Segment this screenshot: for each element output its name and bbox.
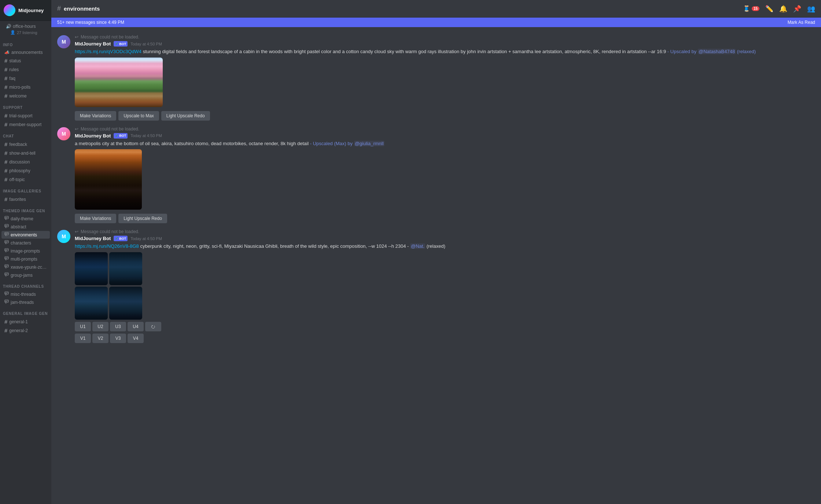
avatar-1: M bbox=[57, 35, 70, 48]
svg-line-17 bbox=[5, 251, 6, 252]
cyber-image-3 bbox=[75, 287, 108, 320]
channel-name-member-support: member-support bbox=[9, 122, 41, 127]
light-upscale-redo-btn-1[interactable]: Light Upscale Redo bbox=[161, 111, 210, 121]
avatar-3: M bbox=[57, 230, 70, 243]
mark-as-read-button[interactable]: Mark As Read bbox=[788, 20, 815, 25]
v2-button[interactable]: V2 bbox=[92, 334, 108, 343]
sidebar-item-faq[interactable]: #faq bbox=[1, 74, 50, 82]
channel-hash-icon: # bbox=[57, 5, 61, 12]
make-variations-btn-2[interactable]: Make Variations bbox=[75, 214, 116, 223]
sidebar-item-general-1[interactable]: #general-1 bbox=[1, 317, 50, 326]
message-header-2: MidJourney Bot ✓ BOT Today at 4:50 PM bbox=[75, 133, 815, 139]
u2-button[interactable]: U2 bbox=[92, 322, 108, 331]
listening-count: 👤 27 listening bbox=[3, 30, 48, 37]
sidebar-item-jam-threads[interactable]: jam-threads bbox=[1, 298, 50, 306]
svg-line-25 bbox=[5, 268, 6, 268]
u4-button[interactable]: U4 bbox=[128, 322, 144, 331]
channel-icon-jam-threads bbox=[4, 299, 9, 305]
server-header[interactable]: Midjourney bbox=[0, 0, 51, 21]
section-label-thread-channels: THREAD CHANNELS bbox=[0, 279, 51, 290]
sidebar-item-status[interactable]: #status bbox=[1, 56, 50, 65]
sidebar-item-trial-support[interactable]: #trial-support bbox=[1, 111, 50, 120]
sidebar-item-general-2[interactable]: #general-2 bbox=[1, 326, 50, 335]
redo-button[interactable]: ⭮ bbox=[145, 322, 161, 331]
svg-line-5 bbox=[5, 227, 6, 228]
sidebar-item-feedback[interactable]: #feedback bbox=[1, 140, 50, 148]
sidebar-item-xwave-ypunk-zcore[interactable]: xwave-ypunk-zcore bbox=[1, 263, 50, 271]
sidebar-item-favorites[interactable]: #favorites bbox=[1, 195, 50, 203]
section-label-info: INFO bbox=[0, 38, 51, 48]
sidebar-item-characters[interactable]: characters bbox=[1, 239, 50, 247]
server-icon bbox=[4, 4, 15, 16]
upscale-to-max-btn-1[interactable]: Upscale to Max bbox=[118, 111, 159, 121]
svg-line-21 bbox=[5, 260, 6, 260]
channel-icon-show-and-tell: # bbox=[4, 150, 7, 156]
message-link-1[interactable]: https://s.mj.run/qV3ODc3QdW4 bbox=[75, 49, 141, 54]
channel-icon-misc-threads bbox=[4, 291, 9, 297]
sidebar-item-micro-polls[interactable]: #micro-polls bbox=[1, 83, 50, 91]
u3-button[interactable]: U3 bbox=[110, 322, 126, 331]
reply-icon-2: ↩ bbox=[75, 126, 78, 132]
message-link-3[interactable]: https://s.mj.run/NQ26nV8-8G8 bbox=[75, 243, 139, 249]
channel-name-rules: rules bbox=[9, 67, 19, 72]
pin-icon[interactable]: 📌 bbox=[793, 5, 801, 13]
voice-channel-name[interactable]: 🔊 office-hours bbox=[3, 23, 48, 30]
sidebar-item-rules[interactable]: #rules bbox=[1, 65, 50, 74]
channel-header: # environments 🧵 15 ✏️ 🔔 📌 👥 bbox=[51, 0, 821, 18]
channel-name-philosophy: philosophy bbox=[9, 168, 30, 173]
channel-icon-daily-theme bbox=[4, 216, 9, 221]
sidebar-item-discussion[interactable]: #discussion bbox=[1, 158, 50, 166]
cyber-image-4 bbox=[109, 287, 142, 320]
channel-name-feedback: feedback bbox=[9, 142, 27, 147]
channel-name-status: status bbox=[9, 58, 21, 63]
sidebar-item-misc-threads[interactable]: misc-threads bbox=[1, 290, 50, 298]
reply-icon-3: ↩ bbox=[75, 229, 78, 234]
v1-button[interactable]: V1 bbox=[75, 334, 91, 343]
channel-icon-rules: # bbox=[4, 66, 7, 73]
bell-icon[interactable]: 🔔 bbox=[779, 5, 787, 13]
message-group-3: M ↩ Message could not be loaded. MidJour… bbox=[51, 228, 821, 345]
sidebar-item-environments[interactable]: environments bbox=[1, 231, 50, 239]
make-variations-btn-1[interactable]: Make Variations bbox=[75, 111, 116, 121]
channel-name-show-and-tell: show-and-tell bbox=[9, 151, 35, 156]
channel-icon-abstract bbox=[4, 224, 9, 229]
section-label-general-image-gen: GENERAL IMAGE GEN bbox=[0, 306, 51, 317]
check-icon-2: ✓ bbox=[115, 133, 118, 138]
author-name-1: MidJourney Bot bbox=[75, 41, 111, 47]
channel-name-abstract: abstract bbox=[11, 224, 26, 229]
sidebar-item-announcements[interactable]: 📣announcements bbox=[1, 49, 50, 56]
pencil-icon[interactable]: ✏️ bbox=[765, 5, 773, 13]
sidebar-item-group-jams[interactable]: group-jams bbox=[1, 271, 50, 279]
light-upscale-redo-btn-2[interactable]: Light Upscale Redo bbox=[118, 214, 167, 223]
sidebar-item-off-topic[interactable]: #off-topic bbox=[1, 175, 50, 184]
channel-icon-multi-prompts bbox=[4, 256, 9, 262]
sidebar-item-show-and-tell[interactable]: #show-and-tell bbox=[1, 149, 50, 157]
channel-header-name: environments bbox=[64, 5, 100, 12]
u1-button[interactable]: U1 bbox=[75, 322, 91, 331]
timestamp-1: Today at 4:50 PM bbox=[130, 42, 162, 46]
author-name-3: MidJourney Bot bbox=[75, 236, 111, 241]
message-error-1: ↩ Message could not be loaded. bbox=[75, 34, 815, 40]
channel-icon-xwave-ypunk-zcore bbox=[4, 264, 9, 270]
sidebar-item-member-support[interactable]: #member-support bbox=[1, 120, 50, 129]
svg-line-37 bbox=[5, 303, 6, 303]
sidebar-item-image-prompts[interactable]: image-prompts bbox=[1, 247, 50, 255]
message-error-3: ↩ Message could not be loaded. bbox=[75, 229, 815, 234]
channel-icon-status: # bbox=[4, 58, 7, 64]
sidebar-item-abstract[interactable]: abstract bbox=[1, 223, 50, 231]
channel-name-off-topic: off-topic bbox=[9, 177, 25, 182]
channel-name-favorites: favorites bbox=[9, 197, 26, 202]
sidebar-item-welcome[interactable]: #welcome bbox=[1, 92, 50, 100]
channel-name-image-prompts: image-prompts bbox=[11, 249, 40, 254]
channel-icon-welcome: # bbox=[4, 93, 7, 99]
sidebar-item-multi-prompts[interactable]: multi-prompts bbox=[1, 255, 50, 263]
v3-button[interactable]: V3 bbox=[110, 334, 126, 343]
avatar-2: M bbox=[57, 127, 70, 140]
threads-icon-wrapper[interactable]: 🧵 15 bbox=[743, 5, 759, 12]
v4-button[interactable]: V4 bbox=[128, 334, 144, 343]
sidebar-item-daily-theme[interactable]: daily-theme bbox=[1, 215, 50, 222]
channel-name-welcome: welcome bbox=[9, 93, 26, 99]
members-icon[interactable]: 👥 bbox=[807, 5, 815, 13]
grid-buttons-row1: U1 U2 U3 U4 ⭮ bbox=[75, 322, 207, 331]
sidebar-item-philosophy[interactable]: #philosophy bbox=[1, 166, 50, 175]
